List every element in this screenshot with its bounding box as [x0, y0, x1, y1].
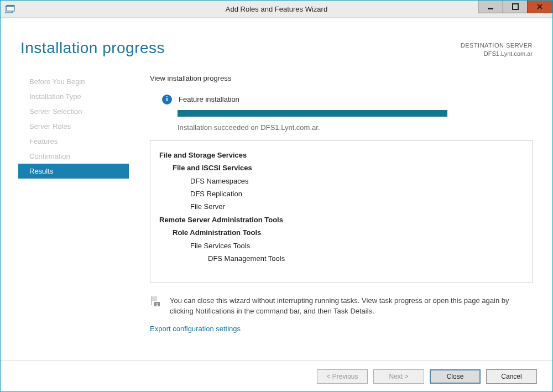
wizard-step-confirmation: Confirmation: [18, 149, 129, 164]
minimize-button[interactable]: [478, 0, 503, 13]
content-area: Installation progress DESTINATION SERVER…: [1, 18, 552, 391]
cancel-button[interactable]: Cancel: [486, 369, 537, 384]
export-config-link[interactable]: Export configuration settings: [150, 325, 241, 333]
status-text: Installation succeeded on DFS1.Lynt.com.…: [178, 123, 533, 132]
footer: < Previous Next > Close Cancel: [1, 360, 552, 391]
window-title: Add Roles and Features Wizard: [1, 5, 552, 13]
svg-rect-4: [513, 4, 518, 9]
tree-item: File and iSCSI Services: [159, 161, 523, 174]
svg-marker-7: [152, 296, 157, 301]
close-window-button[interactable]: [528, 0, 552, 13]
wizard-step-before-you-begin: Before You Begin: [18, 74, 129, 89]
main-heading: View installation progress: [150, 74, 533, 82]
wizard-step-installation-type: Installation Type: [18, 89, 129, 104]
destination-label: DESTINATION SERVER: [461, 41, 533, 50]
tree-item: File Services Tools: [159, 239, 523, 252]
tree-item: DFS Namespaces: [159, 175, 523, 187]
wizard-step-server-roles: Server Roles: [18, 119, 129, 134]
wizard-step-results: Results: [18, 164, 129, 179]
destination-block: DESTINATION SERVER DFS1.Lynt.com.ar: [461, 39, 533, 59]
destination-server: DFS1.Lynt.com.ar: [461, 50, 533, 58]
svg-text:1: 1: [156, 302, 158, 306]
previous-button: < Previous: [317, 369, 368, 384]
feature-row: i Feature installation: [162, 95, 533, 104]
titlebar: Add Roles and Features Wizard: [1, 1, 552, 18]
svg-rect-3: [488, 8, 493, 9]
tree-item: Role Administration Tools: [159, 226, 523, 239]
wizard-step-server-selection: Server Selection: [18, 104, 129, 119]
tree-item: DFS Replication: [159, 187, 523, 200]
maximize-button[interactable]: [503, 0, 528, 13]
tree-item: File Server: [159, 200, 523, 213]
window-controls: [478, 1, 552, 18]
page-title: Installation progress: [20, 39, 165, 57]
wizard-steps: Before You BeginInstallation TypeServer …: [18, 74, 129, 333]
tree-item: File and Storage Services: [159, 149, 523, 161]
hint-row: 1 You can close this wizard without inte…: [150, 295, 533, 317]
flag-icon: 1: [150, 295, 162, 307]
main-panel: View installation progress i Feature ins…: [129, 74, 533, 333]
install-tree: File and Storage ServicesFile and iSCSI …: [150, 140, 533, 283]
header-row: Installation progress DESTINATION SERVER…: [1, 18, 552, 59]
info-icon: i: [162, 95, 172, 104]
progress-bar: [178, 110, 447, 117]
next-button: Next >: [373, 369, 424, 384]
body-row: Before You BeginInstallation TypeServer …: [1, 74, 552, 333]
close-button[interactable]: Close: [430, 369, 481, 384]
tree-item: DFS Management Tools: [159, 252, 523, 265]
tree-item: Remote Server Administration Tools: [159, 213, 523, 226]
svg-rect-2: [7, 5, 14, 7]
wizard-step-features: Features: [18, 134, 129, 149]
feature-label: Feature installation: [179, 95, 239, 103]
app-icon: [5, 5, 15, 14]
progress-fill: [178, 110, 447, 117]
hint-text: You can close this wizard without interr…: [170, 295, 533, 317]
